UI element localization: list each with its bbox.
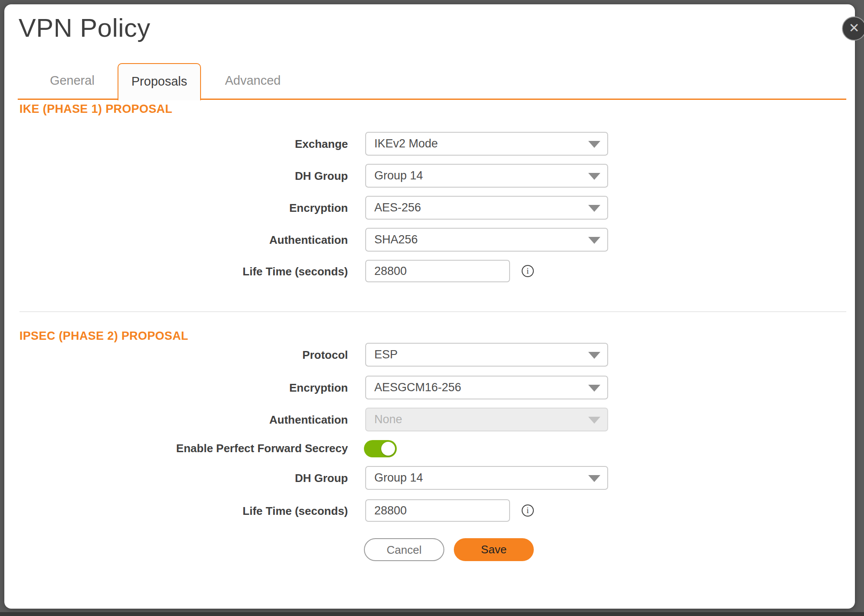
dh-group-label: DH Group xyxy=(4,169,348,183)
authentication-select[interactable]: SHA256 xyxy=(365,228,608,252)
section-divider xyxy=(19,311,846,312)
authentication2-label: Authentication xyxy=(4,413,348,427)
vpn-policy-dialog: VPN Policy General Proposals Advanced IK… xyxy=(4,4,855,609)
dh-group2-label: DH Group xyxy=(4,472,348,485)
info-icon[interactable]: i xyxy=(522,265,534,277)
save-button[interactable]: Save xyxy=(454,538,534,561)
encryption2-label: Encryption xyxy=(4,381,348,395)
dh-group2-select[interactable]: Group 14 xyxy=(365,466,608,490)
window-bottom-edge xyxy=(0,612,864,616)
chevron-down-icon xyxy=(588,173,600,180)
close-icon[interactable]: ✕ xyxy=(842,16,864,41)
protocol-value: ESP xyxy=(374,348,398,361)
tab-proposals[interactable]: Proposals xyxy=(118,63,201,100)
dh-group-value: Group 14 xyxy=(374,169,423,182)
life-time2-label: Life Time (seconds) xyxy=(4,504,348,518)
exchange-label: Exchange xyxy=(4,137,348,151)
chevron-down-icon xyxy=(588,475,600,482)
chevron-down-icon xyxy=(588,385,600,392)
protocol-label: Protocol xyxy=(4,348,348,362)
exchange-value: IKEv2 Mode xyxy=(374,137,438,150)
exchange-select[interactable]: IKEv2 Mode xyxy=(365,132,608,156)
page-title: VPN Policy xyxy=(19,13,150,43)
authentication-label: Authentication xyxy=(4,233,348,247)
cancel-button[interactable]: Cancel xyxy=(364,538,444,561)
chevron-down-icon xyxy=(588,352,600,359)
chevron-down-icon xyxy=(588,237,600,244)
info-icon[interactable]: i xyxy=(522,504,534,517)
phase1-heading: IKE (PHASE 1) PROPOSAL xyxy=(19,102,172,116)
chevron-down-icon xyxy=(588,141,600,148)
authentication-value: SHA256 xyxy=(374,233,418,246)
life-time-input[interactable] xyxy=(365,260,510,282)
phase2-heading: IPSEC (PHASE 2) PROPOSAL xyxy=(19,329,188,343)
toggle-knob xyxy=(381,442,395,456)
encryption-value: AES-256 xyxy=(374,201,421,214)
dh-group-select[interactable]: Group 14 xyxy=(365,164,608,188)
pfs-label: Enable Perfect Forward Secrecy xyxy=(4,442,348,455)
encryption-label: Encryption xyxy=(4,201,348,215)
encryption2-select[interactable]: AESGCM16-256 xyxy=(365,376,608,399)
life-time-label: Life Time (seconds) xyxy=(4,265,348,278)
life-time2-input[interactable] xyxy=(365,499,510,522)
authentication2-value: None xyxy=(374,413,402,426)
encryption-select[interactable]: AES-256 xyxy=(365,196,608,220)
tab-general[interactable]: General xyxy=(38,73,107,95)
encryption2-value: AESGCM16-256 xyxy=(374,381,461,394)
chevron-down-icon xyxy=(588,205,600,212)
protocol-select[interactable]: ESP xyxy=(365,343,608,367)
chevron-down-icon xyxy=(588,417,600,424)
pfs-toggle-on[interactable] xyxy=(364,440,397,457)
tab-advanced[interactable]: Advanced xyxy=(218,73,287,95)
dh-group2-value: Group 14 xyxy=(374,471,423,484)
authentication2-select-disabled: None xyxy=(365,408,608,431)
